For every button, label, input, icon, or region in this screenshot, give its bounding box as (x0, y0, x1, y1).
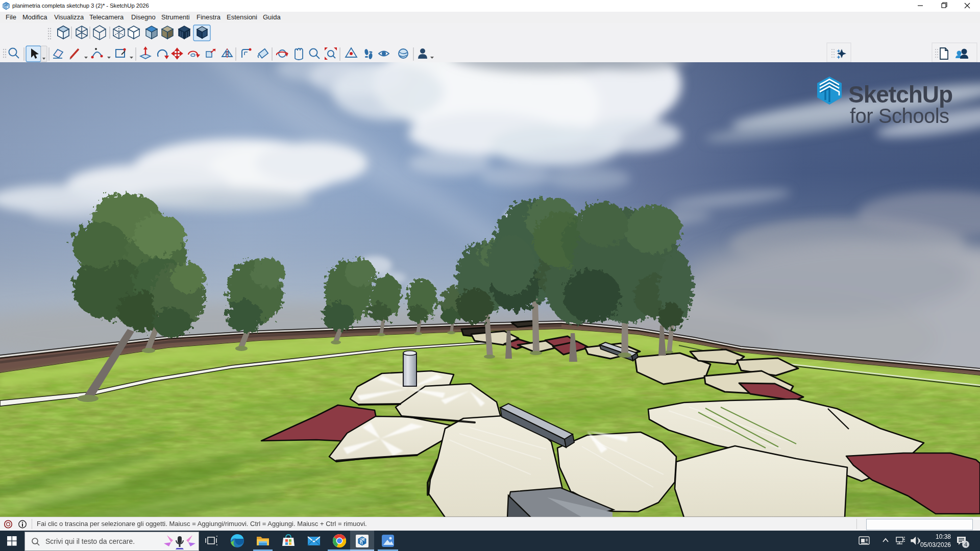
svg-text:for Schools: for Schools (850, 105, 949, 127)
svg-text:4: 4 (964, 541, 967, 547)
svg-text:SketchUp: SketchUp (848, 81, 952, 108)
